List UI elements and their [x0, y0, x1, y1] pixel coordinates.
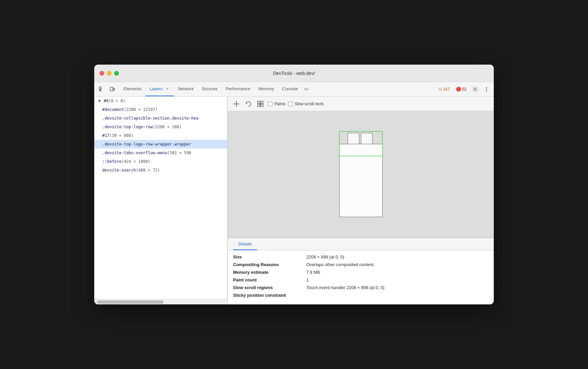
slow-scroll-checkbox-label[interactable]: Slow scroll rects	[288, 102, 324, 106]
warning-icon: ⚠	[438, 87, 442, 92]
inspect-element-icon[interactable]	[97, 85, 106, 94]
pan-tool-button[interactable]	[232, 99, 241, 109]
settings-icon[interactable]	[470, 85, 480, 94]
layer-name: #document	[102, 107, 124, 112]
maximize-button[interactable]	[114, 71, 119, 76]
details-row-size: Size 2208 × 898 (at 0, 0)	[233, 254, 488, 259]
more-tabs-button[interactable]: >>	[302, 82, 311, 96]
svg-point-7	[486, 87, 487, 88]
layer-dims: (0 × 0)	[109, 99, 126, 103]
reset-view-button[interactable]	[256, 99, 265, 109]
tab-sources[interactable]: Sources	[198, 82, 222, 96]
tab-icon-group	[97, 82, 117, 96]
more-options-icon[interactable]	[482, 85, 491, 94]
rotate-tool-button[interactable]	[244, 99, 253, 109]
layer-arrow: ▼	[98, 99, 101, 103]
tab-layers[interactable]: Layers ✕	[146, 82, 174, 96]
tab-layers-close[interactable]: ✕	[164, 86, 170, 92]
svg-marker-12	[236, 101, 237, 102]
layer-item-search[interactable]: devsite-search(400 × 72)	[94, 166, 227, 175]
memory-label: Memory estimate	[233, 270, 306, 275]
svg-point-8	[486, 89, 487, 90]
memory-value: 7.9 MB	[306, 270, 320, 275]
tab-memory[interactable]: Memory	[254, 82, 278, 96]
viz-green-outline	[339, 131, 383, 156]
layer-item-collapsible[interactable]: .devsite-collapsible-section.devsite-hea	[94, 114, 227, 123]
paints-checkbox-label[interactable]: Paints	[268, 102, 285, 106]
compositing-value: Overlaps other composited content.	[306, 262, 375, 267]
slow-scroll-value: Touch event handler 2208 × 898 (at 0, 0)	[306, 285, 385, 290]
svg-point-9	[486, 90, 487, 91]
details-tab-label: Details	[238, 241, 252, 246]
tabbar: Elements Layers ✕ Network Sources Perfor…	[94, 82, 494, 97]
svg-point-6	[474, 88, 476, 90]
right-panel: Paints Slow scroll rects	[228, 97, 494, 304]
layer-visualization	[334, 131, 388, 218]
svg-rect-18	[261, 101, 263, 104]
layer-dims: (2208 × 12197)	[124, 107, 157, 112]
left-panel-wrapper: ▼ #6(0 × 0) #document(2208 × 12197) .dev…	[94, 97, 227, 304]
close-button[interactable]	[100, 71, 104, 76]
details-row-sticky: Sticky position constraint	[233, 293, 488, 298]
tab-elements[interactable]: Elements	[120, 82, 146, 96]
layer-dims: (2208 × 108)	[153, 125, 182, 129]
layer-item-document[interactable]: #document(2208 × 12197)	[94, 105, 227, 114]
tab-performance[interactable]: Performance	[222, 82, 254, 96]
layer-name: .devsite-collapsible-section.devsite-hea	[102, 116, 198, 121]
sticky-label: Sticky position constraint	[233, 293, 306, 298]
window-title: DevTools - web.dev/	[273, 71, 315, 76]
svg-marker-16	[246, 103, 247, 104]
svg-rect-20	[261, 104, 263, 107]
traffic-lights	[100, 71, 119, 76]
svg-rect-19	[258, 104, 260, 107]
details-row-slow-scroll: Slow scroll regions Touch event handler …	[233, 285, 488, 290]
layer-item-logo-row[interactable]: .devsite-top-logo-row(2208 × 108)	[94, 123, 227, 131]
layer-name: #17	[102, 133, 110, 138]
layer-name: devsite-search	[102, 168, 136, 173]
layer-item-17[interactable]: #17(30 × 808)	[94, 131, 227, 140]
svg-rect-0	[99, 87, 101, 89]
titlebar: DevTools - web.dev/	[94, 65, 494, 82]
layer-name: ::before	[102, 159, 122, 164]
svg-marker-13	[236, 106, 237, 107]
slow-scroll-label: Slow scroll regions	[233, 285, 306, 290]
paint-value: 1	[306, 277, 309, 282]
layer-name: .devsite-top-logo-row	[102, 125, 153, 129]
paint-label: Paint count	[233, 277, 306, 282]
details-row-paint: Paint count 1	[233, 277, 488, 282]
layer-dims: (400 × 72)	[136, 168, 160, 173]
size-value: 2208 × 898 (at 0, 0)	[306, 254, 344, 259]
layer-dims: (302 × 590	[167, 151, 191, 155]
minimize-button[interactable]	[107, 71, 112, 76]
layer-dims: (424 × 1000)	[122, 159, 150, 164]
horizontal-scrollbar[interactable]	[94, 299, 227, 304]
layers-list[interactable]: ▼ #6(0 × 0) #document(2208 × 12197) .dev…	[94, 97, 227, 299]
compositing-label: Compositing Reasons	[233, 262, 306, 267]
details-row-compositing: Compositing Reasons Overlaps other compo…	[233, 262, 488, 267]
layers-canvas-toolbar: Paints Slow scroll rects	[228, 97, 494, 111]
tab-network[interactable]: Network	[174, 82, 198, 96]
error-badge[interactable]: 🔴 52	[454, 86, 468, 92]
details-row-memory: Memory estimate 7.9 MB	[233, 270, 488, 275]
layer-item-before[interactable]: ::before(424 × 1000)	[94, 157, 227, 166]
layer-dims: (30 × 808)	[110, 133, 134, 138]
tab-console[interactable]: Console	[278, 82, 302, 96]
scrollbar-thumb[interactable]	[97, 300, 163, 304]
svg-rect-5	[113, 88, 115, 91]
layer-name: .devsite-top-logo-row-wrapper.wrapper	[102, 142, 191, 147]
layer-item-logo-row-wrapper[interactable]: .devsite-top-logo-row-wrapper.wrapper	[94, 140, 227, 149]
slow-scroll-checkbox[interactable]	[288, 102, 293, 106]
paints-checkbox[interactable]	[268, 102, 272, 106]
error-icon: 🔴	[456, 87, 461, 92]
layer-name: #6	[104, 99, 108, 103]
devtools-window: DevTools - web.dev/ Elements	[94, 65, 494, 304]
canvas-area[interactable]	[228, 111, 494, 237]
layer-item-root[interactable]: ▼ #6(0 × 0)	[94, 97, 227, 105]
main-content: ▼ #6(0 × 0) #document(2208 × 12197) .dev…	[94, 97, 494, 304]
device-toolbar-icon[interactable]	[108, 85, 117, 94]
svg-marker-15	[238, 103, 239, 105]
details-tab[interactable]: Details	[233, 238, 257, 250]
warning-badge[interactable]: ⚠ 147	[436, 86, 452, 92]
layer-item-tabs-menu[interactable]: .devsite-tabs-overflow-menu(302 × 590	[94, 149, 227, 157]
details-content: Size 2208 × 898 (at 0, 0) Compositing Re…	[228, 250, 494, 304]
